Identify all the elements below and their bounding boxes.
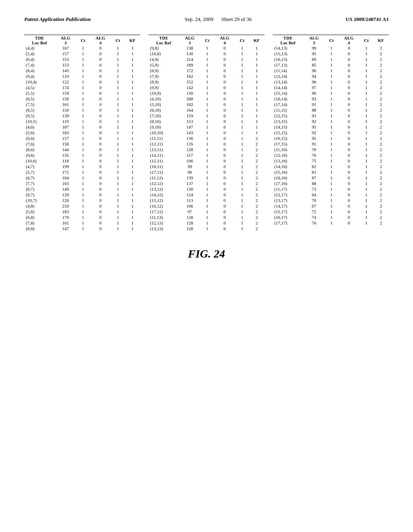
table-cell: 0	[338, 220, 360, 226]
table-cell: 1	[325, 147, 338, 152]
table-cell: (17,11)	[148, 169, 179, 175]
table-cell: (10,8)	[148, 51, 179, 56]
table-cell: 1	[125, 158, 140, 164]
table-cell: 1	[360, 186, 373, 192]
table-cell: 0	[90, 124, 111, 130]
table-cell: (12,11)	[148, 141, 179, 147]
table-row: (11,15)881012	[273, 107, 389, 113]
table2-body: (9,8)1381011(10,8)1301011(4,9)2141011(5,…	[148, 45, 265, 231]
table-cell: 1	[236, 118, 249, 124]
table-cell: 1	[360, 45, 373, 51]
table-cell: 1	[249, 90, 265, 96]
table-cell: 93	[303, 96, 325, 102]
table-cell: (14,16)	[273, 164, 303, 169]
table-cell: 1	[249, 118, 265, 124]
table-cell: (11,11)	[148, 135, 179, 141]
table-cell: 0	[338, 192, 360, 197]
table-row: (12,14)941012	[273, 73, 389, 79]
table-cell: 1	[325, 118, 338, 124]
table-cell: 1	[125, 62, 140, 68]
table-cell: 1	[360, 203, 373, 209]
table-cell: 1	[360, 90, 373, 96]
table-cell: 94	[303, 73, 325, 79]
table-cell: 1	[325, 73, 338, 79]
table-cell: (12,14)	[273, 73, 303, 79]
table-row: (5,6)1631011	[24, 130, 140, 135]
table-cell: 1	[111, 118, 125, 124]
table-cell: (17,12)	[148, 209, 179, 214]
table-cell: 214	[179, 56, 201, 62]
table-cell: 0	[338, 181, 360, 186]
table-cell: 96	[303, 68, 325, 73]
table-cell: 1	[125, 118, 140, 124]
table-row: (14,16)821012	[273, 164, 389, 169]
table-row: (16,12)1061012	[148, 203, 265, 209]
table-cell: 2	[373, 135, 389, 141]
table-cell: 1	[125, 141, 140, 147]
table-row: (5,7)1711011	[24, 169, 140, 175]
table-row: (9,6)1351011	[24, 152, 140, 158]
table-cell: 174	[55, 85, 77, 90]
table-cell: 1	[76, 56, 90, 62]
table-cell: 2	[249, 209, 265, 214]
table-row: (10,7)1201011	[24, 197, 140, 203]
table-cell: (7,9)	[148, 73, 179, 79]
table-cell: 135	[179, 141, 201, 147]
table-cell: 1	[200, 130, 214, 135]
t3-h-kf: KF	[373, 35, 389, 46]
header-right: US 2009/240741 A1	[346, 16, 389, 23]
table-cell: 1	[111, 124, 125, 130]
table-row: (14,17)671012	[273, 203, 389, 209]
table-cell: 163	[55, 130, 77, 135]
table-cell: (13,14)	[273, 79, 303, 85]
table-cell: 1	[125, 209, 140, 214]
table-cell: 0	[214, 141, 236, 147]
table-row: (7,4)1531011	[24, 62, 140, 68]
table-cell: 1	[360, 164, 373, 169]
table-cell: 153	[55, 56, 77, 62]
table-cell: 0	[90, 130, 111, 135]
table-cell: 0	[214, 62, 236, 68]
table-row: (4,6)1871011	[24, 124, 140, 130]
table-cell: 1	[236, 203, 249, 209]
t2-h-locref: TDELoc Ref	[148, 35, 179, 46]
table-cell: 208	[179, 96, 201, 102]
table-cell: 1	[125, 220, 140, 226]
table-cell: (10,5)	[24, 118, 55, 124]
table-cell: 0	[90, 164, 111, 169]
table-cell: 153	[55, 62, 77, 68]
table-cell: 1	[249, 85, 265, 90]
table-cell: 1	[125, 181, 140, 186]
table-row: (14,15)951012	[273, 124, 389, 130]
table-cell: 0	[90, 102, 111, 107]
table-cell: 0	[214, 45, 236, 51]
table-cell: 172	[179, 68, 201, 73]
page-header: Patent Application Publication Sep. 24, …	[24, 16, 389, 23]
table-cell: 97	[179, 209, 201, 214]
table-cell: 0	[90, 214, 111, 220]
table-cell: 2	[249, 147, 265, 152]
table-cell: 1	[360, 135, 373, 141]
table-cell: 139	[55, 113, 77, 118]
table-cell: 1	[236, 186, 249, 192]
table-cell: 76	[303, 220, 325, 226]
table-cell: 0	[214, 220, 236, 226]
table-row: (16,11)991012	[148, 164, 265, 169]
table-cell: 1	[236, 226, 249, 231]
table-cell: 2	[249, 197, 265, 203]
table-cell: 1	[249, 79, 265, 85]
table-cell: 1	[111, 214, 125, 220]
table-cell: 1	[200, 96, 214, 102]
table-cell: 1	[200, 203, 214, 209]
table-cell: 1	[111, 147, 125, 152]
table-cell: 1	[76, 130, 90, 135]
table-cell: 1	[325, 169, 338, 175]
table-row: (11,13)1281012	[148, 214, 265, 220]
table-cell: 1	[76, 85, 90, 90]
table-cell: (5,6)	[24, 130, 55, 135]
table-row: (15,17)721012	[273, 209, 389, 214]
table-cell: 0	[338, 203, 360, 209]
table-cell: 67	[303, 203, 325, 209]
table-row: (16,16)871012	[273, 175, 389, 181]
table-cell: 0	[338, 90, 360, 96]
